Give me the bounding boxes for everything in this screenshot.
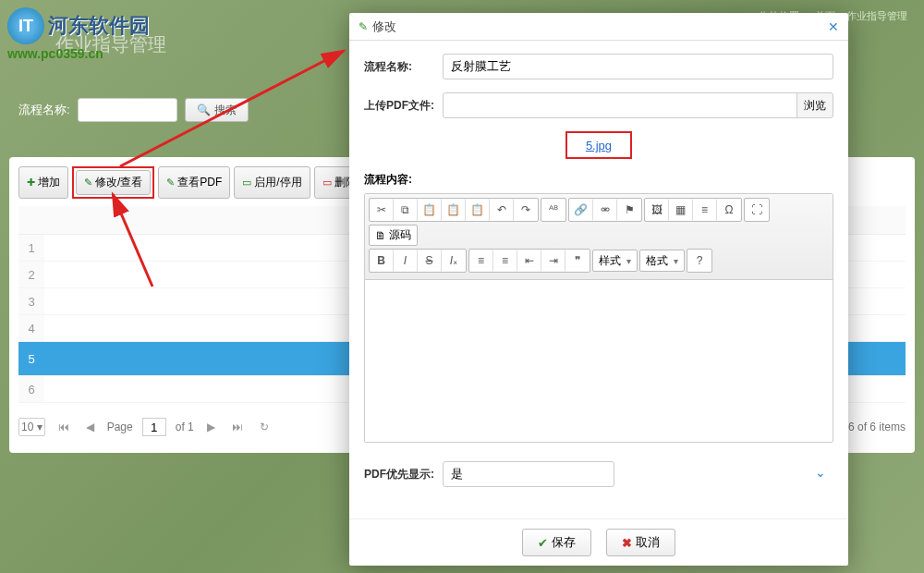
- cancel-button[interactable]: ✖取消: [606, 529, 675, 556]
- name-input[interactable]: [443, 54, 833, 79]
- spellcheck-icon[interactable]: ᴬᴮ: [541, 199, 565, 221]
- anchor-icon[interactable]: ⚑: [617, 199, 641, 221]
- search-button[interactable]: 🔍搜索: [185, 98, 249, 122]
- content-label: 流程内容:: [364, 172, 833, 188]
- pdf-label: 上传PDF文件:: [364, 98, 443, 114]
- source-button[interactable]: 🗎源码: [369, 225, 418, 246]
- brand-text: 河东软件园: [48, 12, 150, 40]
- page-input[interactable]: [142, 418, 166, 436]
- first-page-icon[interactable]: ⏮: [55, 419, 73, 435]
- save-button[interactable]: ✔保存: [522, 529, 591, 556]
- unlink-icon[interactable]: ⚮: [593, 199, 617, 221]
- search-input[interactable]: [78, 98, 177, 122]
- source-icon: 🗎: [375, 229, 386, 242]
- italic-icon[interactable]: I: [394, 250, 418, 272]
- rich-editor: ✂ ⧉ 📋 📋 📋 ↶ ↷ ᴬᴮ 🔗 ⚮ ⚑: [364, 193, 833, 443]
- pdf-icon: ✎: [166, 177, 175, 189]
- minus-icon: ▭: [322, 177, 332, 189]
- image-icon[interactable]: 🖼: [645, 199, 669, 221]
- pdf-priority-label: PDF优先显示:: [364, 467, 443, 482]
- search-icon: 🔍: [197, 104, 211, 116]
- toggle-button[interactable]: ▭启用/停用: [234, 166, 310, 199]
- pager-summary: 6 of 6 items: [848, 421, 906, 433]
- search-label: 流程名称:: [18, 102, 70, 118]
- uploaded-file-link[interactable]: 5.jpg: [586, 139, 612, 152]
- modal-title: 修改: [372, 18, 396, 35]
- watermark: IT 河东软件园 www.pc0359.cn: [7, 7, 150, 61]
- last-page-icon[interactable]: ⏭: [228, 419, 247, 435]
- copy-icon[interactable]: ⧉: [394, 199, 418, 221]
- pdf-priority-select[interactable]: [443, 461, 614, 487]
- pencil-icon: ✎: [359, 20, 368, 33]
- cut-icon[interactable]: ✂: [370, 199, 394, 221]
- undo-icon[interactable]: ↶: [490, 199, 514, 221]
- modal-footer: ✔保存 ✖取消: [349, 518, 848, 566]
- pdf-path-input[interactable]: [443, 92, 797, 118]
- outdent-icon[interactable]: ⇤: [517, 250, 541, 272]
- numbered-list-icon[interactable]: ≡: [469, 250, 493, 272]
- maximize-icon[interactable]: ⛶: [745, 199, 769, 221]
- browse-button[interactable]: 浏览: [796, 92, 833, 118]
- format-select[interactable]: 格式: [639, 250, 685, 272]
- add-button[interactable]: ✚增加: [18, 166, 68, 199]
- blockquote-icon[interactable]: ❞: [565, 250, 590, 272]
- hr-icon[interactable]: ≡: [693, 199, 717, 221]
- modal-header: ✎ 修改 ✕: [349, 13, 848, 41]
- help-icon[interactable]: ?: [687, 250, 711, 272]
- remove-format-icon[interactable]: Iₓ: [442, 250, 466, 272]
- refresh-icon[interactable]: ↻: [256, 419, 273, 435]
- paste-icon[interactable]: 📋: [418, 199, 442, 221]
- search-bar: 流程名称: 🔍搜索: [18, 98, 249, 122]
- check-icon: ✔: [538, 536, 548, 550]
- edit-view-button[interactable]: ✎修改/查看: [76, 170, 151, 195]
- brand-url: www.pc0359.cn: [7, 46, 150, 61]
- special-char-icon[interactable]: Ω: [717, 199, 741, 221]
- link-icon[interactable]: 🔗: [569, 199, 593, 221]
- style-select[interactable]: 样式: [592, 250, 638, 272]
- name-label: 流程名称:: [364, 59, 443, 75]
- plus-icon: ✚: [27, 177, 35, 189]
- edit-modal: ✎ 修改 ✕ 流程名称: 上传PDF文件: 浏览 5.jpg 流程内容: ✂ ⧉…: [349, 13, 848, 566]
- paste-text-icon[interactable]: 📋: [442, 199, 466, 221]
- x-icon: ✖: [622, 536, 632, 550]
- pencil-icon: ✎: [84, 177, 92, 189]
- logo-icon: IT: [7, 7, 44, 44]
- bullet-list-icon[interactable]: ≡: [493, 250, 517, 272]
- strike-icon[interactable]: S: [418, 250, 442, 272]
- redo-icon[interactable]: ↷: [514, 199, 538, 221]
- close-icon[interactable]: ✕: [828, 19, 839, 34]
- prev-page-icon[interactable]: ◀: [82, 419, 98, 435]
- indent-icon[interactable]: ⇥: [541, 250, 565, 272]
- table-icon[interactable]: ▦: [669, 199, 693, 221]
- next-page-icon[interactable]: ▶: [203, 419, 219, 435]
- bold-icon[interactable]: B: [370, 250, 394, 272]
- page-size-select[interactable]: 10 ▾: [18, 418, 45, 436]
- breadcrumb-current: 作业指导管理: [846, 10, 907, 21]
- paste-word-icon[interactable]: 📋: [466, 199, 490, 221]
- view-pdf-button[interactable]: ✎查看PDF: [158, 166, 230, 199]
- toggle-icon: ▭: [242, 177, 251, 189]
- editor-textarea[interactable]: [365, 280, 833, 442]
